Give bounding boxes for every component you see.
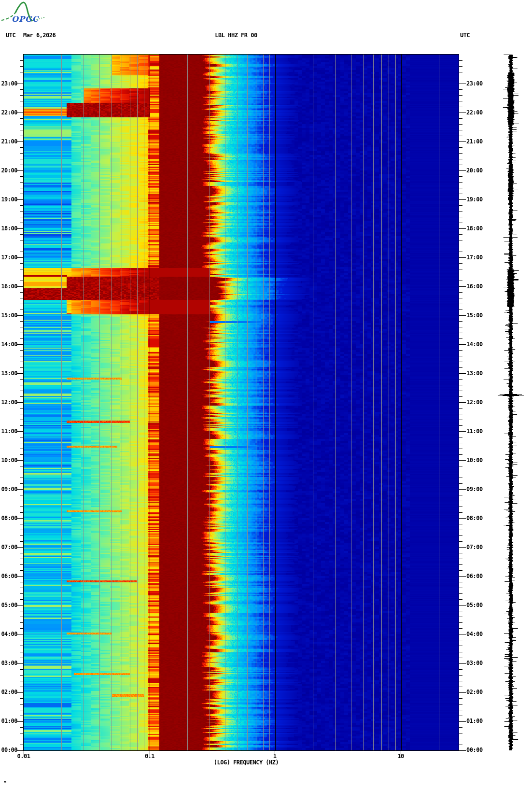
time-tick-label-left: 12:00 (0, 399, 17, 406)
time-tick-label-right: 05:00 (466, 602, 483, 608)
logo-text: OPGC (12, 14, 40, 24)
time-tick-label-right: 19:00 (466, 196, 483, 203)
corner-artifact: ᴍ (4, 779, 6, 784)
time-tick-label-left: 08:00 (0, 515, 17, 521)
time-tick-label-left: 04:00 (0, 631, 17, 637)
time-tick-label-right: 10:00 (466, 457, 483, 464)
spectrogram-page: OPGC UTC Mar 6,2026 LBL HHZ FR 00 UTC 23… (0, 0, 532, 789)
time-tick-label-left: 11:00 (0, 428, 17, 435)
time-tick-label-left: 13:00 (0, 370, 17, 377)
time-tick-label-left: 22:00 (0, 109, 17, 116)
time-tick-label-right: 16:00 (466, 283, 483, 290)
time-tick-label-left: 10:00 (0, 457, 17, 464)
time-tick-label-right: 11:00 (466, 428, 483, 435)
time-tick-label-right: 08:00 (466, 515, 483, 521)
time-tick-label-right: 03:00 (466, 660, 483, 666)
time-tick-label-left: 06:00 (0, 573, 17, 579)
time-tick-label-right: 15:00 (466, 312, 483, 319)
time-tick-label-left: 00:00 (0, 747, 17, 753)
time-tick-label-right: 09:00 (466, 486, 483, 493)
time-tick-label-right: 04:00 (466, 631, 483, 637)
spectrogram-canvas (0, 0, 532, 789)
time-tick-label-right: 01:00 (466, 718, 483, 724)
time-tick-label-right: 06:00 (466, 573, 483, 579)
opgc-logo: OPGC (1, 1, 51, 25)
x-axis-title: (LOG) FREQUENCY (HZ) (214, 759, 279, 766)
time-tick-label-left: 07:00 (0, 544, 17, 550)
time-tick-label-right: 02:00 (466, 689, 483, 695)
time-tick-label-left: 16:00 (0, 283, 17, 290)
time-tick-label-left: 18:00 (0, 225, 17, 232)
utc-label-right: UTC (460, 32, 470, 39)
time-tick-label-right: 20:00 (466, 167, 483, 174)
freq-tick-label: 0.1 (145, 753, 154, 760)
time-tick-label-right: 23:00 (466, 80, 483, 87)
time-tick-label-right: 17:00 (466, 254, 483, 261)
time-tick-label-right: 22:00 (466, 109, 483, 116)
time-tick-label-right: 07:00 (466, 544, 483, 550)
time-tick-label-right: 00:00 (466, 747, 483, 753)
time-tick-label-left: 05:00 (0, 602, 17, 608)
utc-label-left: UTC (6, 32, 15, 39)
time-tick-label-right: 21:00 (466, 138, 483, 145)
freq-tick-label: 10 (397, 753, 404, 760)
freq-tick-label: 1 (273, 753, 277, 760)
time-tick-label-left: 01:00 (0, 718, 17, 724)
time-tick-label-left: 15:00 (0, 312, 17, 319)
time-tick-label-left: 09:00 (0, 486, 17, 493)
time-tick-label-left: 19:00 (0, 196, 17, 203)
freq-tick-label: 0.01 (17, 753, 30, 760)
time-tick-label-left: 03:00 (0, 660, 17, 666)
time-tick-label-left: 20:00 (0, 167, 17, 174)
time-tick-label-right: 13:00 (466, 370, 483, 377)
time-tick-label-left: 21:00 (0, 138, 17, 145)
time-tick-label-right: 18:00 (466, 225, 483, 232)
plot-title: LBL HHZ FR 00 (215, 32, 257, 39)
time-tick-label-left: 17:00 (0, 254, 17, 261)
time-tick-label-right: 12:00 (466, 399, 483, 406)
time-tick-label-left: 14:00 (0, 341, 17, 348)
time-tick-label-left: 23:00 (0, 80, 17, 87)
date-label: Mar 6,2026 (23, 32, 56, 39)
time-tick-label-right: 14:00 (466, 341, 483, 348)
time-tick-label-left: 02:00 (0, 689, 17, 695)
